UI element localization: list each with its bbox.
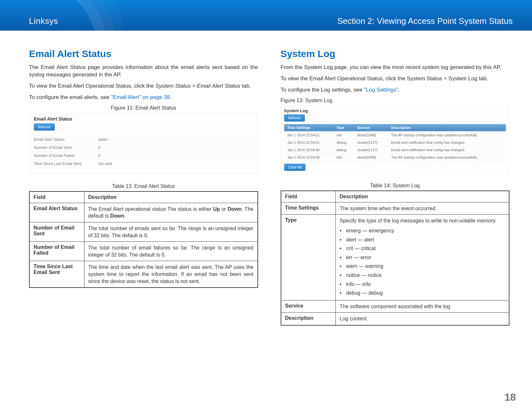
list-item: crit — critical bbox=[340, 244, 505, 253]
cell-time: Jan 1 2014 22:54:51 bbox=[284, 139, 334, 146]
label: Number of Email Sent: bbox=[34, 145, 92, 150]
table-row: Number of Email Sent The total number of… bbox=[29, 222, 258, 241]
text: To configure the Log settings, see bbox=[281, 87, 364, 93]
table-caption: Table 14: System Log bbox=[281, 183, 510, 189]
paragraph: From the System Log page, you can view t… bbox=[281, 64, 510, 71]
cell-desc: The AP startup configuration was updated… bbox=[388, 153, 506, 161]
refresh-button[interactable]: Refresh bbox=[284, 114, 305, 122]
cell-field: Time Since Last Email Sent bbox=[29, 261, 84, 288]
text: . bbox=[124, 213, 126, 219]
table-caption: Table 13: Email Alert Status bbox=[29, 183, 258, 189]
right-column: System Log From the System Log page, you… bbox=[281, 48, 510, 326]
paragraph: The Email Alert Status page provides inf… bbox=[29, 64, 258, 79]
cell-service: dman[1068] bbox=[354, 131, 388, 139]
refresh-button[interactable]: Refresh bbox=[34, 123, 55, 131]
cell-service: dman[1068] bbox=[354, 153, 388, 161]
paragraph: To view the Email Alert Operational Stat… bbox=[29, 83, 258, 90]
cell-desc: Email sent notification that config has … bbox=[388, 146, 506, 153]
section-title: Section 2: Viewing Access Point System S… bbox=[337, 16, 513, 26]
path-text: System Status > Email Alert Status bbox=[155, 83, 240, 89]
page-number: 18 bbox=[504, 391, 516, 403]
cell-field: Description bbox=[281, 313, 336, 325]
log-row: Jan 1 2014 22:54:40 info dman[1068] The … bbox=[284, 153, 506, 161]
cell-description: The time and date when the last email al… bbox=[84, 261, 258, 288]
cell-type: info bbox=[333, 131, 354, 139]
link-email-alert-page38[interactable]: "Email Alert" on page 38 bbox=[111, 94, 170, 100]
cell-field: Time Settings bbox=[281, 202, 336, 215]
text: . bbox=[398, 87, 400, 93]
col-header-service: Service bbox=[354, 124, 388, 132]
cell-field: Email Alert Status bbox=[29, 203, 84, 222]
status-row: Email Alert Status: down bbox=[34, 136, 253, 143]
paragraph: To configure the Log settings, see "Log … bbox=[281, 86, 510, 94]
status-row: Time Since Last Email Sent: not sent bbox=[34, 160, 253, 168]
table-system-log: Field Description Time Settings The syst… bbox=[281, 191, 510, 326]
heading-system-log: System Log bbox=[281, 48, 510, 59]
value: 0 bbox=[98, 153, 101, 158]
log-row: Jan 1 2014 22:54:51 debug cluster[1127] … bbox=[284, 139, 506, 146]
cell-description: The software component associated with t… bbox=[336, 300, 509, 313]
list-item: err — error bbox=[340, 253, 505, 262]
value: 0 bbox=[98, 145, 101, 150]
list-item: warn — warning bbox=[340, 262, 505, 271]
table-row: Number of Email Failed The total number … bbox=[29, 242, 258, 261]
cell-service: cluster[1127] bbox=[354, 139, 388, 146]
cell-time: Jan 1 2014 22:54:40 bbox=[284, 146, 334, 153]
col-header-description: Description bbox=[84, 191, 258, 203]
table-row: Time Settings The system time when the e… bbox=[281, 202, 509, 215]
col-header-field: Field bbox=[29, 191, 84, 203]
cell-description: The total number of emails sent so far. … bbox=[84, 222, 258, 241]
list-item: info — info bbox=[340, 280, 505, 289]
cell-service: cluster[1127] bbox=[354, 146, 388, 153]
text: The Email Alert operational status The s… bbox=[88, 206, 213, 212]
list-item: notice — notice bbox=[340, 271, 505, 280]
cell-description: The total number of email failures so fa… bbox=[84, 242, 258, 261]
cell-description: Log content. bbox=[336, 313, 509, 325]
text: . bbox=[170, 94, 171, 100]
cell-time: Jan 1 2014 22:54:51 bbox=[284, 131, 334, 139]
clear-all-button[interactable]: Clear All bbox=[284, 164, 306, 171]
log-table: Time Settings Type Service Description J… bbox=[284, 124, 506, 161]
list-item: debug — debug bbox=[340, 289, 505, 298]
cell-type: debug bbox=[333, 139, 354, 146]
text: or bbox=[220, 206, 227, 212]
cell-field: Service bbox=[281, 300, 336, 313]
col-header-description: Description bbox=[336, 191, 509, 202]
page-body: Email Alert Status The Email Alert Statu… bbox=[0, 31, 532, 326]
status-row: Number of Email Sent: 0 bbox=[34, 143, 253, 152]
value: down bbox=[98, 137, 108, 142]
figure-title: System Log bbox=[284, 108, 506, 113]
figure-caption: Figure 11: Email Alert Status bbox=[29, 105, 258, 111]
link-log-settings[interactable]: "Log Settings" bbox=[364, 87, 398, 93]
label: Time Since Last Email Sent: bbox=[34, 161, 92, 166]
paragraph: To view the Email Alert Operational Stat… bbox=[281, 75, 510, 83]
text: To view the Email Alert Operational Stat… bbox=[29, 83, 155, 89]
brand-logo: Linksys bbox=[29, 16, 58, 26]
cell-desc: The AP startup configuration was updated… bbox=[388, 131, 506, 139]
text-bold: Down bbox=[227, 206, 242, 212]
page-header: Linksys Section 2: Viewing Access Point … bbox=[0, 0, 532, 31]
text: Specify the type of the log messages to … bbox=[340, 218, 497, 223]
log-row: Jan 1 2014 22:54:51 info dman[1068] The … bbox=[284, 131, 506, 139]
label: Number of Email Failed: bbox=[34, 153, 92, 158]
type-list: emerg — emergency alert — alert crit — c… bbox=[340, 226, 505, 298]
cell-field: Type bbox=[281, 215, 336, 300]
cell-type: debug bbox=[333, 146, 354, 153]
left-column: Email Alert Status The Email Alert Statu… bbox=[29, 48, 258, 326]
paragraph: To configure the email alerts, see "Emai… bbox=[29, 94, 258, 101]
figure-title: Email Alert Status bbox=[34, 116, 253, 122]
cell-description: The Email Alert operational status The s… bbox=[84, 203, 258, 222]
table-row: Time Since Last Email Sent The time and … bbox=[29, 261, 258, 288]
table-email-alert-status: Field Description Email Alert Status The… bbox=[29, 191, 258, 288]
list-item: emerg — emergency bbox=[340, 226, 505, 235]
figure-system-log: System Log Refresh Time Settings Type Se… bbox=[281, 105, 510, 174]
label: Email Alert Status: bbox=[34, 137, 92, 142]
cell-field: Number of Email Sent bbox=[29, 222, 84, 241]
heading-email-alert-status: Email Alert Status bbox=[29, 48, 258, 59]
text-bold: Down bbox=[110, 213, 124, 219]
text: tab. bbox=[240, 83, 251, 89]
cell-description: Specify the type of the log messages to … bbox=[336, 215, 509, 300]
cell-type: info bbox=[333, 153, 354, 161]
cell-desc: Email sent notification that config has … bbox=[388, 139, 506, 146]
text: To configure the email alerts, see bbox=[29, 94, 111, 100]
